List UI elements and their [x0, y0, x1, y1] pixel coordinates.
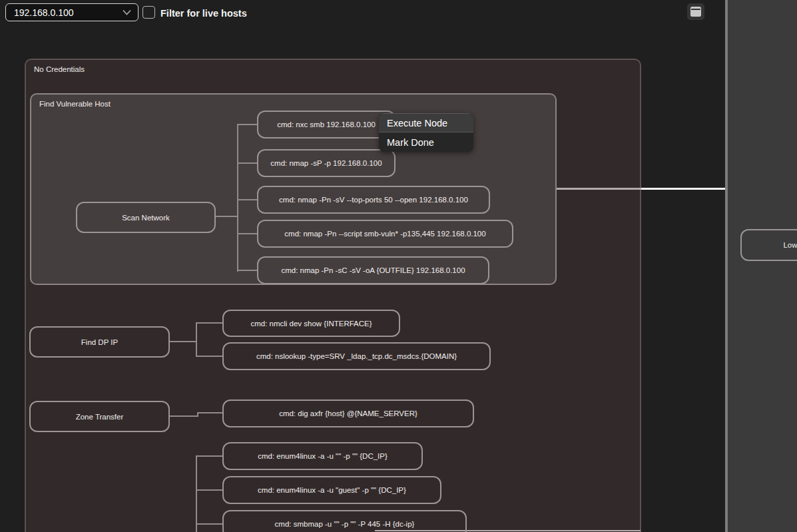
node-zone-transfer[interactable]: Zone Transfer	[29, 401, 170, 432]
node-cmd-nxc-smb[interactable]: cmd: nxc smb 192.168.0.100	[257, 111, 396, 138]
node-cmd-nmap-sp[interactable]: cmd: nmap -sP -p 192.168.0.100	[257, 149, 396, 177]
node-cmd-nxc-smb-label: cmd: nxc smb 192.168.0.100	[277, 121, 376, 129]
right-side-panel	[728, 0, 797, 532]
node-low-clipped[interactable]: Low	[740, 229, 797, 261]
node-cmd-enum4linux-guest-label: cmd: enum4linux -a -u "guest" -p "" {DC_…	[258, 486, 406, 494]
edge-dpip-trunk	[196, 322, 197, 357]
edge-scan-stub-5	[237, 270, 257, 271]
node-zone-transfer-label: Zone Transfer	[76, 413, 124, 421]
node-cmd-dig[interactable]: cmd: dig axfr {host} @{NAME_SERVER}	[222, 399, 474, 427]
edge-scan-stub-3	[237, 199, 257, 200]
host-select-value: 192.168.0.100	[14, 7, 74, 18]
menu-item-mark-done[interactable]: Mark Done	[379, 133, 473, 152]
node-cmd-nmap-sp-label: cmd: nmap -sP -p 192.168.0.100	[270, 159, 382, 167]
edge-enum-stub-3	[196, 523, 222, 525]
node-cmd-dig-label: cmd: dig axfr {host} @{NAME_SERVER}	[279, 409, 417, 417]
group-no-credentials-label: No Credentials	[34, 65, 85, 73]
chevron-down-icon	[123, 9, 131, 15]
menu-item-mark-done-label: Mark Done	[387, 137, 434, 148]
node-cmd-nmap-smb-vuln[interactable]: cmd: nmap -Pn --script smb-vuln* -p135,4…	[257, 220, 513, 248]
node-cmd-nmap-oa-label: cmd: nmap -Pn -sC -sV -oA {OUTFILE} 192.…	[281, 266, 465, 274]
panel-toggle-button[interactable]	[687, 3, 704, 20]
edge-zone-stub	[197, 412, 222, 413]
edge-scan-stub-2	[237, 162, 257, 164]
node-cmd-nmap-top-ports[interactable]: cmd: nmap -Pn -sV --top-ports 50 --open …	[257, 186, 490, 214]
node-scan-network-label: Scan Network	[122, 214, 170, 222]
node-cmd-enum4linux-anon-label: cmd: enum4linux -a -u "" -p "" {DC_IP}	[258, 452, 388, 460]
edge-scan-trunk	[237, 124, 238, 272]
edge-scan-stub-4	[237, 233, 257, 234]
edge-scan-parent	[216, 216, 238, 217]
panel-divider[interactable]	[725, 0, 728, 532]
edge-dpip-stub-2	[196, 356, 222, 357]
edge-highlight-inside-group	[557, 188, 641, 190]
group-find-vulnerable-host-label: Find Vulnerable Host	[39, 100, 111, 108]
host-select-dropdown[interactable]: 192.168.0.100	[5, 3, 138, 21]
edge-highlight-to-panel	[641, 188, 725, 190]
node-cmd-nmap-oa[interactable]: cmd: nmap -Pn -sC -sV -oA {OUTFILE} 192.…	[257, 256, 489, 284]
edge-zone-parent	[170, 415, 198, 417]
node-cmd-nmap-top-ports-label: cmd: nmap -Pn -sV --top-ports 50 --open …	[279, 196, 468, 204]
node-cmd-nmap-smb-vuln-label: cmd: nmap -Pn --script smb-vuln* -p135,4…	[284, 230, 485, 238]
node-low-label: Low	[783, 241, 797, 249]
menu-item-execute-node-label: Execute Node	[387, 118, 447, 129]
node-cmd-nslookup-label: cmd: nslookup -type=SRV _ldap._tcp.dc_ms…	[256, 352, 457, 360]
edge-dpip-parent	[170, 341, 197, 342]
node-cmd-nmcli[interactable]: cmd: nmcli dev show {INTERFACE}	[222, 310, 400, 337]
node-cmd-enum4linux-guest[interactable]: cmd: enum4linux -a -u "guest" -p "" {DC_…	[222, 476, 441, 504]
edge-dpip-stub-1	[196, 322, 222, 324]
filter-live-hosts-checkbox[interactable]	[142, 6, 155, 19]
node-cmd-smbmap-label: cmd: smbmap -u "" -p "" -P 445 -H {dc-ip…	[275, 520, 415, 528]
filter-live-hosts-label: Filter for live hosts	[160, 8, 247, 19]
panel-layout-icon	[690, 7, 701, 17]
edge-enum-trunk	[196, 455, 197, 532]
node-cmd-nslookup[interactable]: cmd: nslookup -type=SRV _ldap._tcp.dc_ms…	[222, 342, 491, 370]
node-scan-network[interactable]: Scan Network	[76, 202, 216, 233]
node-cmd-smbmap[interactable]: cmd: smbmap -u "" -p "" -P 445 -H {dc-ip…	[222, 510, 467, 532]
node-find-dp-ip[interactable]: Find DP IP	[29, 326, 170, 358]
menu-item-execute-node[interactable]: Execute Node	[379, 113, 473, 133]
edge-enum-stub-2	[196, 489, 222, 491]
edge-scan-stub-1	[237, 124, 257, 125]
node-cmd-nmcli-label: cmd: nmcli dev show {INTERFACE}	[250, 320, 372, 328]
node-context-menu: Execute Node Mark Done	[379, 113, 473, 152]
edge-enum-stub-1	[196, 455, 222, 457]
node-cmd-enum4linux-anon[interactable]: cmd: enum4linux -a -u "" -p "" {DC_IP}	[222, 442, 423, 470]
node-find-dp-ip-label: Find DP IP	[81, 338, 118, 346]
